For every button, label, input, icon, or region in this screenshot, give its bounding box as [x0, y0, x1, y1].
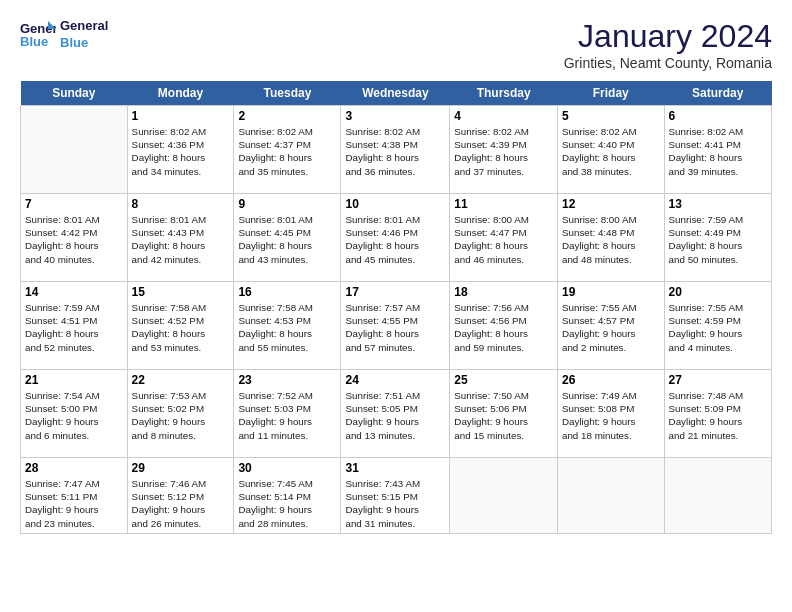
- calendar-cell: 30Sunrise: 7:45 AM Sunset: 5:14 PM Dayli…: [234, 458, 341, 534]
- day-header-friday: Friday: [557, 81, 664, 106]
- cell-content: Sunrise: 7:59 AM Sunset: 4:49 PM Dayligh…: [669, 213, 767, 266]
- calendar-cell: 27Sunrise: 7:48 AM Sunset: 5:09 PM Dayli…: [664, 370, 771, 458]
- date-number: 25: [454, 373, 553, 387]
- date-number: 6: [669, 109, 767, 123]
- calendar-cell: 31Sunrise: 7:43 AM Sunset: 5:15 PM Dayli…: [341, 458, 450, 534]
- date-number: 21: [25, 373, 123, 387]
- calendar-cell: 1Sunrise: 8:02 AM Sunset: 4:36 PM Daylig…: [127, 106, 234, 194]
- calendar-cell: 22Sunrise: 7:53 AM Sunset: 5:02 PM Dayli…: [127, 370, 234, 458]
- date-number: 17: [345, 285, 445, 299]
- calendar-cell: 4Sunrise: 8:02 AM Sunset: 4:39 PM Daylig…: [450, 106, 558, 194]
- week-row-4: 21Sunrise: 7:54 AM Sunset: 5:00 PM Dayli…: [21, 370, 772, 458]
- cell-content: Sunrise: 7:45 AM Sunset: 5:14 PM Dayligh…: [238, 477, 336, 530]
- calendar-cell: 7Sunrise: 8:01 AM Sunset: 4:42 PM Daylig…: [21, 194, 128, 282]
- week-row-3: 14Sunrise: 7:59 AM Sunset: 4:51 PM Dayli…: [21, 282, 772, 370]
- calendar-cell: 26Sunrise: 7:49 AM Sunset: 5:08 PM Dayli…: [557, 370, 664, 458]
- cell-content: Sunrise: 7:59 AM Sunset: 4:51 PM Dayligh…: [25, 301, 123, 354]
- day-header-thursday: Thursday: [450, 81, 558, 106]
- calendar-cell: [450, 458, 558, 534]
- date-number: 7: [25, 197, 123, 211]
- date-number: 24: [345, 373, 445, 387]
- week-row-2: 7Sunrise: 8:01 AM Sunset: 4:42 PM Daylig…: [21, 194, 772, 282]
- cell-content: Sunrise: 7:49 AM Sunset: 5:08 PM Dayligh…: [562, 389, 660, 442]
- calendar-cell: 8Sunrise: 8:01 AM Sunset: 4:43 PM Daylig…: [127, 194, 234, 282]
- calendar-cell: 11Sunrise: 8:00 AM Sunset: 4:47 PM Dayli…: [450, 194, 558, 282]
- date-number: 22: [132, 373, 230, 387]
- calendar-body: 1Sunrise: 8:02 AM Sunset: 4:36 PM Daylig…: [21, 106, 772, 534]
- date-number: 8: [132, 197, 230, 211]
- cell-content: Sunrise: 7:53 AM Sunset: 5:02 PM Dayligh…: [132, 389, 230, 442]
- cell-content: Sunrise: 8:01 AM Sunset: 4:43 PM Dayligh…: [132, 213, 230, 266]
- cell-content: Sunrise: 7:55 AM Sunset: 4:57 PM Dayligh…: [562, 301, 660, 354]
- date-number: 1: [132, 109, 230, 123]
- calendar-cell: 19Sunrise: 7:55 AM Sunset: 4:57 PM Dayli…: [557, 282, 664, 370]
- date-number: 31: [345, 461, 445, 475]
- logo-icon: General Blue: [20, 19, 56, 51]
- svg-text:Blue: Blue: [20, 34, 48, 49]
- calendar-cell: 23Sunrise: 7:52 AM Sunset: 5:03 PM Dayli…: [234, 370, 341, 458]
- cell-content: Sunrise: 8:01 AM Sunset: 4:42 PM Dayligh…: [25, 213, 123, 266]
- cell-content: Sunrise: 7:54 AM Sunset: 5:00 PM Dayligh…: [25, 389, 123, 442]
- calendar-cell: 2Sunrise: 8:02 AM Sunset: 4:37 PM Daylig…: [234, 106, 341, 194]
- calendar-cell: 28Sunrise: 7:47 AM Sunset: 5:11 PM Dayli…: [21, 458, 128, 534]
- cell-content: Sunrise: 8:02 AM Sunset: 4:37 PM Dayligh…: [238, 125, 336, 178]
- cell-content: Sunrise: 7:43 AM Sunset: 5:15 PM Dayligh…: [345, 477, 445, 530]
- day-header-monday: Monday: [127, 81, 234, 106]
- cell-content: Sunrise: 7:58 AM Sunset: 4:52 PM Dayligh…: [132, 301, 230, 354]
- cell-content: Sunrise: 7:50 AM Sunset: 5:06 PM Dayligh…: [454, 389, 553, 442]
- calendar-cell: 20Sunrise: 7:55 AM Sunset: 4:59 PM Dayli…: [664, 282, 771, 370]
- cell-content: Sunrise: 7:57 AM Sunset: 4:55 PM Dayligh…: [345, 301, 445, 354]
- cell-content: Sunrise: 7:51 AM Sunset: 5:05 PM Dayligh…: [345, 389, 445, 442]
- calendar-cell: 21Sunrise: 7:54 AM Sunset: 5:00 PM Dayli…: [21, 370, 128, 458]
- date-number: 14: [25, 285, 123, 299]
- calendar-cell: [664, 458, 771, 534]
- date-number: 28: [25, 461, 123, 475]
- date-number: 3: [345, 109, 445, 123]
- calendar-cell: 6Sunrise: 8:02 AM Sunset: 4:41 PM Daylig…: [664, 106, 771, 194]
- cell-content: Sunrise: 7:52 AM Sunset: 5:03 PM Dayligh…: [238, 389, 336, 442]
- calendar-cell: 9Sunrise: 8:01 AM Sunset: 4:45 PM Daylig…: [234, 194, 341, 282]
- calendar-cell: 18Sunrise: 7:56 AM Sunset: 4:56 PM Dayli…: [450, 282, 558, 370]
- calendar-cell: 25Sunrise: 7:50 AM Sunset: 5:06 PM Dayli…: [450, 370, 558, 458]
- cell-content: Sunrise: 8:02 AM Sunset: 4:40 PM Dayligh…: [562, 125, 660, 178]
- day-header-saturday: Saturday: [664, 81, 771, 106]
- calendar-cell: [557, 458, 664, 534]
- date-number: 16: [238, 285, 336, 299]
- calendar-cell: 10Sunrise: 8:01 AM Sunset: 4:46 PM Dayli…: [341, 194, 450, 282]
- date-number: 5: [562, 109, 660, 123]
- calendar-cell: 12Sunrise: 8:00 AM Sunset: 4:48 PM Dayli…: [557, 194, 664, 282]
- date-number: 2: [238, 109, 336, 123]
- week-row-5: 28Sunrise: 7:47 AM Sunset: 5:11 PM Dayli…: [21, 458, 772, 534]
- cell-content: Sunrise: 8:00 AM Sunset: 4:48 PM Dayligh…: [562, 213, 660, 266]
- cell-content: Sunrise: 7:48 AM Sunset: 5:09 PM Dayligh…: [669, 389, 767, 442]
- title-area: January 2024 Grinties, Neamt County, Rom…: [564, 18, 772, 71]
- cell-content: Sunrise: 8:02 AM Sunset: 4:36 PM Dayligh…: [132, 125, 230, 178]
- day-header-row: SundayMondayTuesdayWednesdayThursdayFrid…: [21, 81, 772, 106]
- calendar-cell: 15Sunrise: 7:58 AM Sunset: 4:52 PM Dayli…: [127, 282, 234, 370]
- date-number: 9: [238, 197, 336, 211]
- calendar-cell: 13Sunrise: 7:59 AM Sunset: 4:49 PM Dayli…: [664, 194, 771, 282]
- calendar-cell: 17Sunrise: 7:57 AM Sunset: 4:55 PM Dayli…: [341, 282, 450, 370]
- date-number: 18: [454, 285, 553, 299]
- calendar-cell: [21, 106, 128, 194]
- week-row-1: 1Sunrise: 8:02 AM Sunset: 4:36 PM Daylig…: [21, 106, 772, 194]
- cell-content: Sunrise: 8:02 AM Sunset: 4:41 PM Dayligh…: [669, 125, 767, 178]
- calendar-cell: 5Sunrise: 8:02 AM Sunset: 4:40 PM Daylig…: [557, 106, 664, 194]
- day-header-tuesday: Tuesday: [234, 81, 341, 106]
- date-number: 15: [132, 285, 230, 299]
- cell-content: Sunrise: 8:01 AM Sunset: 4:46 PM Dayligh…: [345, 213, 445, 266]
- subtitle: Grinties, Neamt County, Romania: [564, 55, 772, 71]
- date-number: 19: [562, 285, 660, 299]
- date-number: 20: [669, 285, 767, 299]
- date-number: 27: [669, 373, 767, 387]
- cell-content: Sunrise: 8:02 AM Sunset: 4:38 PM Dayligh…: [345, 125, 445, 178]
- calendar-cell: 3Sunrise: 8:02 AM Sunset: 4:38 PM Daylig…: [341, 106, 450, 194]
- date-number: 11: [454, 197, 553, 211]
- cell-content: Sunrise: 7:47 AM Sunset: 5:11 PM Dayligh…: [25, 477, 123, 530]
- cell-content: Sunrise: 7:58 AM Sunset: 4:53 PM Dayligh…: [238, 301, 336, 354]
- date-number: 23: [238, 373, 336, 387]
- date-number: 10: [345, 197, 445, 211]
- cell-content: Sunrise: 8:02 AM Sunset: 4:39 PM Dayligh…: [454, 125, 553, 178]
- page: General Blue GeneralBlue January 2024 Gr…: [0, 0, 792, 612]
- date-number: 13: [669, 197, 767, 211]
